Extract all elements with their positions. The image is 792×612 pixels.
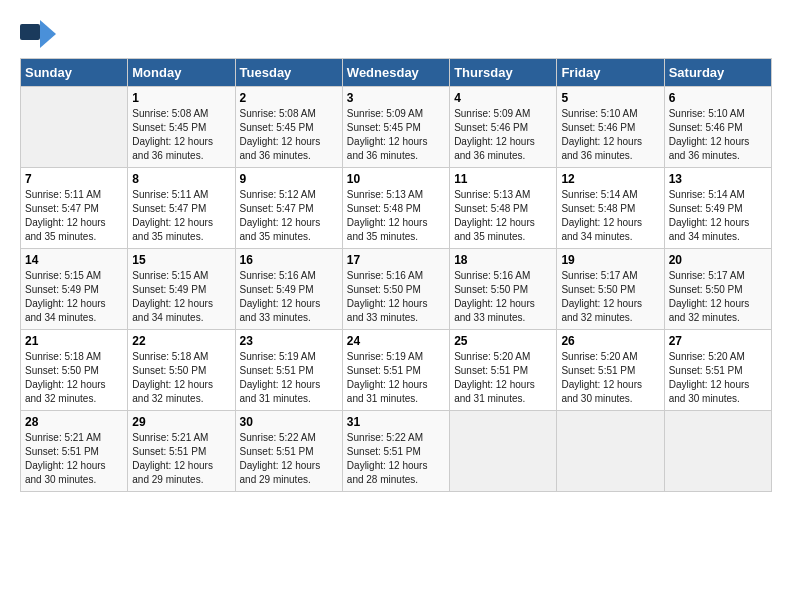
weekday-header-saturday: Saturday — [664, 59, 771, 87]
weekday-header-friday: Friday — [557, 59, 664, 87]
calendar-cell: 8 Sunrise: 5:11 AM Sunset: 5:47 PM Dayli… — [128, 168, 235, 249]
calendar-cell — [557, 411, 664, 492]
day-number: 8 — [132, 172, 230, 186]
day-info: Sunrise: 5:21 AM Sunset: 5:51 PM Dayligh… — [25, 431, 123, 487]
calendar-cell: 1 Sunrise: 5:08 AM Sunset: 5:45 PM Dayli… — [128, 87, 235, 168]
calendar-cell: 23 Sunrise: 5:19 AM Sunset: 5:51 PM Dayl… — [235, 330, 342, 411]
calendar-cell: 3 Sunrise: 5:09 AM Sunset: 5:45 PM Dayli… — [342, 87, 449, 168]
day-info: Sunrise: 5:16 AM Sunset: 5:49 PM Dayligh… — [240, 269, 338, 325]
calendar-cell: 6 Sunrise: 5:10 AM Sunset: 5:46 PM Dayli… — [664, 87, 771, 168]
weekday-header-row: SundayMondayTuesdayWednesdayThursdayFrid… — [21, 59, 772, 87]
day-number: 2 — [240, 91, 338, 105]
logo — [20, 20, 60, 48]
day-info: Sunrise: 5:10 AM Sunset: 5:46 PM Dayligh… — [669, 107, 767, 163]
calendar-table: SundayMondayTuesdayWednesdayThursdayFrid… — [20, 58, 772, 492]
weekday-header-monday: Monday — [128, 59, 235, 87]
calendar-cell: 18 Sunrise: 5:16 AM Sunset: 5:50 PM Dayl… — [450, 249, 557, 330]
day-number: 24 — [347, 334, 445, 348]
calendar-cell: 19 Sunrise: 5:17 AM Sunset: 5:50 PM Dayl… — [557, 249, 664, 330]
day-number: 22 — [132, 334, 230, 348]
day-number: 23 — [240, 334, 338, 348]
weekday-header-wednesday: Wednesday — [342, 59, 449, 87]
svg-rect-0 — [20, 24, 40, 40]
calendar-cell: 22 Sunrise: 5:18 AM Sunset: 5:50 PM Dayl… — [128, 330, 235, 411]
day-number: 18 — [454, 253, 552, 267]
day-info: Sunrise: 5:08 AM Sunset: 5:45 PM Dayligh… — [240, 107, 338, 163]
calendar-week-row: 1 Sunrise: 5:08 AM Sunset: 5:45 PM Dayli… — [21, 87, 772, 168]
calendar-cell: 21 Sunrise: 5:18 AM Sunset: 5:50 PM Dayl… — [21, 330, 128, 411]
day-info: Sunrise: 5:16 AM Sunset: 5:50 PM Dayligh… — [347, 269, 445, 325]
day-number: 5 — [561, 91, 659, 105]
day-info: Sunrise: 5:17 AM Sunset: 5:50 PM Dayligh… — [561, 269, 659, 325]
day-info: Sunrise: 5:18 AM Sunset: 5:50 PM Dayligh… — [132, 350, 230, 406]
day-info: Sunrise: 5:17 AM Sunset: 5:50 PM Dayligh… — [669, 269, 767, 325]
day-number: 26 — [561, 334, 659, 348]
day-info: Sunrise: 5:20 AM Sunset: 5:51 PM Dayligh… — [561, 350, 659, 406]
day-number: 13 — [669, 172, 767, 186]
day-info: Sunrise: 5:22 AM Sunset: 5:51 PM Dayligh… — [240, 431, 338, 487]
calendar-cell: 4 Sunrise: 5:09 AM Sunset: 5:46 PM Dayli… — [450, 87, 557, 168]
calendar-cell: 5 Sunrise: 5:10 AM Sunset: 5:46 PM Dayli… — [557, 87, 664, 168]
calendar-cell: 16 Sunrise: 5:16 AM Sunset: 5:49 PM Dayl… — [235, 249, 342, 330]
day-info: Sunrise: 5:22 AM Sunset: 5:51 PM Dayligh… — [347, 431, 445, 487]
day-number: 27 — [669, 334, 767, 348]
day-number: 9 — [240, 172, 338, 186]
logo-icon — [20, 20, 56, 48]
calendar-cell: 29 Sunrise: 5:21 AM Sunset: 5:51 PM Dayl… — [128, 411, 235, 492]
calendar-cell: 11 Sunrise: 5:13 AM Sunset: 5:48 PM Dayl… — [450, 168, 557, 249]
day-info: Sunrise: 5:19 AM Sunset: 5:51 PM Dayligh… — [240, 350, 338, 406]
day-number: 16 — [240, 253, 338, 267]
day-info: Sunrise: 5:13 AM Sunset: 5:48 PM Dayligh… — [454, 188, 552, 244]
calendar-cell: 10 Sunrise: 5:13 AM Sunset: 5:48 PM Dayl… — [342, 168, 449, 249]
day-info: Sunrise: 5:20 AM Sunset: 5:51 PM Dayligh… — [454, 350, 552, 406]
calendar-cell — [664, 411, 771, 492]
day-number: 6 — [669, 91, 767, 105]
calendar-cell: 2 Sunrise: 5:08 AM Sunset: 5:45 PM Dayli… — [235, 87, 342, 168]
calendar-cell: 12 Sunrise: 5:14 AM Sunset: 5:48 PM Dayl… — [557, 168, 664, 249]
day-number: 29 — [132, 415, 230, 429]
day-info: Sunrise: 5:18 AM Sunset: 5:50 PM Dayligh… — [25, 350, 123, 406]
day-info: Sunrise: 5:14 AM Sunset: 5:48 PM Dayligh… — [561, 188, 659, 244]
day-info: Sunrise: 5:16 AM Sunset: 5:50 PM Dayligh… — [454, 269, 552, 325]
calendar-cell — [450, 411, 557, 492]
day-info: Sunrise: 5:15 AM Sunset: 5:49 PM Dayligh… — [132, 269, 230, 325]
day-info: Sunrise: 5:10 AM Sunset: 5:46 PM Dayligh… — [561, 107, 659, 163]
calendar-cell — [21, 87, 128, 168]
day-info: Sunrise: 5:15 AM Sunset: 5:49 PM Dayligh… — [25, 269, 123, 325]
day-number: 21 — [25, 334, 123, 348]
page-header — [20, 20, 772, 48]
weekday-header-thursday: Thursday — [450, 59, 557, 87]
day-number: 7 — [25, 172, 123, 186]
calendar-cell: 28 Sunrise: 5:21 AM Sunset: 5:51 PM Dayl… — [21, 411, 128, 492]
day-number: 4 — [454, 91, 552, 105]
calendar-week-row: 7 Sunrise: 5:11 AM Sunset: 5:47 PM Dayli… — [21, 168, 772, 249]
calendar-cell: 26 Sunrise: 5:20 AM Sunset: 5:51 PM Dayl… — [557, 330, 664, 411]
calendar-cell: 31 Sunrise: 5:22 AM Sunset: 5:51 PM Dayl… — [342, 411, 449, 492]
day-number: 11 — [454, 172, 552, 186]
calendar-cell: 13 Sunrise: 5:14 AM Sunset: 5:49 PM Dayl… — [664, 168, 771, 249]
calendar-header: SundayMondayTuesdayWednesdayThursdayFrid… — [21, 59, 772, 87]
day-number: 3 — [347, 91, 445, 105]
calendar-week-row: 28 Sunrise: 5:21 AM Sunset: 5:51 PM Dayl… — [21, 411, 772, 492]
day-number: 17 — [347, 253, 445, 267]
day-number: 14 — [25, 253, 123, 267]
day-number: 25 — [454, 334, 552, 348]
day-info: Sunrise: 5:20 AM Sunset: 5:51 PM Dayligh… — [669, 350, 767, 406]
day-number: 12 — [561, 172, 659, 186]
calendar-week-row: 14 Sunrise: 5:15 AM Sunset: 5:49 PM Dayl… — [21, 249, 772, 330]
day-info: Sunrise: 5:09 AM Sunset: 5:45 PM Dayligh… — [347, 107, 445, 163]
day-number: 10 — [347, 172, 445, 186]
day-info: Sunrise: 5:14 AM Sunset: 5:49 PM Dayligh… — [669, 188, 767, 244]
day-number: 30 — [240, 415, 338, 429]
calendar-cell: 24 Sunrise: 5:19 AM Sunset: 5:51 PM Dayl… — [342, 330, 449, 411]
day-info: Sunrise: 5:19 AM Sunset: 5:51 PM Dayligh… — [347, 350, 445, 406]
day-info: Sunrise: 5:08 AM Sunset: 5:45 PM Dayligh… — [132, 107, 230, 163]
calendar-body: 1 Sunrise: 5:08 AM Sunset: 5:45 PM Dayli… — [21, 87, 772, 492]
calendar-cell: 20 Sunrise: 5:17 AM Sunset: 5:50 PM Dayl… — [664, 249, 771, 330]
day-info: Sunrise: 5:11 AM Sunset: 5:47 PM Dayligh… — [132, 188, 230, 244]
calendar-cell: 17 Sunrise: 5:16 AM Sunset: 5:50 PM Dayl… — [342, 249, 449, 330]
day-info: Sunrise: 5:21 AM Sunset: 5:51 PM Dayligh… — [132, 431, 230, 487]
day-info: Sunrise: 5:11 AM Sunset: 5:47 PM Dayligh… — [25, 188, 123, 244]
svg-marker-1 — [40, 20, 56, 48]
calendar-cell: 14 Sunrise: 5:15 AM Sunset: 5:49 PM Dayl… — [21, 249, 128, 330]
